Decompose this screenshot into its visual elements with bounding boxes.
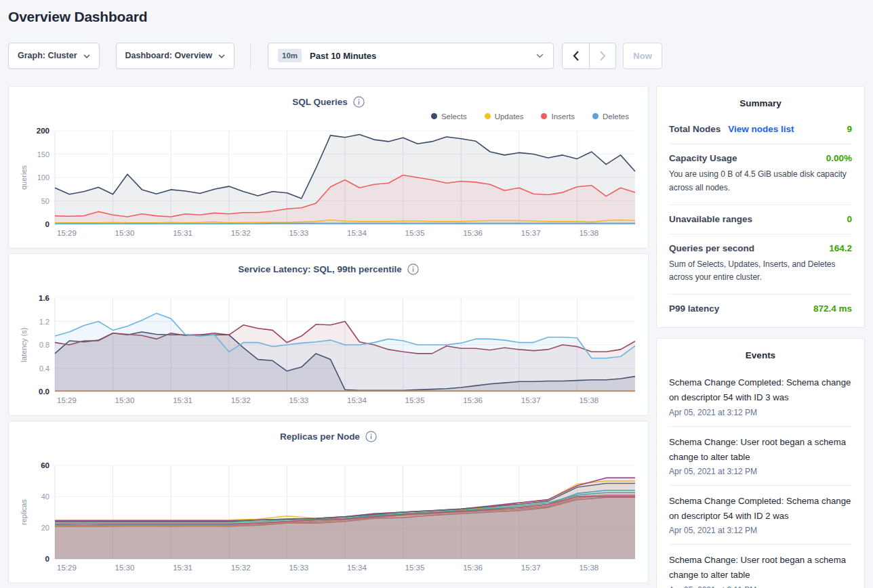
legend-item-selects[interactable]: Selects [431, 112, 467, 121]
summary-item-value: 872.4 ms [813, 303, 852, 314]
next-time-window-button[interactable] [589, 43, 615, 68]
chart-legend [17, 277, 640, 290]
svg-text:15:32: 15:32 [231, 564, 251, 572]
sql-queries-chart-card: SQL Queries SelectsUpdatesInsertsDeletes… [8, 86, 649, 249]
event-timestamp: Apr 05, 2021 at 3:12 PM [669, 408, 852, 417]
svg-text:15:31: 15:31 [173, 229, 192, 237]
summary-panel: Summary Total NodesView nodes list9Capac… [656, 86, 865, 328]
svg-text:15:37: 15:37 [521, 229, 541, 237]
svg-text:15:29: 15:29 [57, 564, 77, 572]
svg-text:15:30: 15:30 [115, 396, 135, 404]
event-item: Schema Change: User root began a schema … [669, 426, 852, 485]
replicas-per-node-chart-card: Replicas per Node 020406015:2915:3015:31… [8, 421, 649, 583]
service-latency-chart[interactable]: 0.00.40.81.21.615:2915:3015:3115:3215:33… [17, 290, 640, 417]
svg-text:100: 100 [37, 173, 49, 182]
event-timestamp: Apr 05, 2021 at 3:12 PM [669, 467, 852, 476]
svg-text:15:29: 15:29 [57, 229, 77, 237]
summary-items: Total NodesView nodes list9Capacity Usag… [669, 115, 852, 323]
now-button[interactable]: Now [623, 43, 662, 69]
summary-item-value: 9 [847, 124, 852, 134]
event-message: Schema Change Completed: Schema change o… [669, 375, 852, 405]
summary-item: Capacity Usage0.00%You are using 0 B of … [669, 144, 852, 205]
summary-item-value: 0 [847, 214, 852, 224]
svg-text:15:34: 15:34 [347, 564, 367, 572]
chevron-right-icon [600, 51, 606, 61]
svg-text:0.4: 0.4 [39, 364, 49, 373]
svg-text:15:36: 15:36 [463, 396, 483, 404]
controls-divider [250, 43, 251, 69]
svg-text:50: 50 [41, 197, 49, 205]
svg-text:200: 200 [37, 127, 49, 135]
event-timestamp: Apr 05, 2021 at 3:12 PM [669, 526, 852, 535]
svg-text:15:32: 15:32 [231, 396, 251, 404]
legend-label: Updates [495, 112, 524, 121]
summary-item-label: P99 latency [669, 303, 719, 314]
view-nodes-link[interactable]: View nodes list [728, 124, 794, 134]
legend-item-deletes[interactable]: Deletes [592, 112, 629, 121]
summary-item: Total NodesView nodes list9 [669, 115, 852, 144]
summary-item-label: Capacity Usage [669, 153, 737, 163]
chart-title: Replicas per Node [280, 432, 360, 442]
svg-text:15:33: 15:33 [289, 229, 308, 237]
event-timestamp: Apr 05, 2021 at 3:11 PM [669, 585, 852, 588]
svg-text:20: 20 [41, 524, 49, 532]
svg-text:0.8: 0.8 [39, 341, 49, 349]
legend-label: Inserts [551, 112, 575, 121]
legend-dot [541, 113, 547, 119]
svg-text:latency (s): latency (s) [20, 328, 28, 362]
svg-text:15:31: 15:31 [173, 396, 192, 404]
summary-item: Unavailable ranges0 [669, 205, 852, 234]
time-range-dropdown[interactable]: 10m Past 10 Minutes [268, 43, 554, 69]
legend-dot [431, 113, 437, 119]
svg-text:1.6: 1.6 [39, 294, 49, 302]
svg-text:15:38: 15:38 [579, 396, 598, 404]
page-title: Overview Dashboard [0, 0, 873, 25]
events-title: Events [669, 350, 852, 367]
svg-text:15:36: 15:36 [463, 229, 483, 237]
dashboard-selector-dropdown[interactable]: Dashboard: Overview [116, 43, 235, 69]
svg-text:0.0: 0.0 [39, 387, 49, 396]
svg-text:15:36: 15:36 [463, 564, 483, 572]
graph-selector-dropdown[interactable]: Graph: Cluster [8, 43, 100, 69]
chevron-down-icon [83, 54, 90, 58]
svg-text:15:32: 15:32 [231, 229, 251, 237]
svg-text:15:30: 15:30 [115, 564, 135, 572]
info-icon[interactable] [353, 96, 365, 108]
event-item: Schema Change: User root began a schema … [669, 544, 852, 588]
svg-text:15:30: 15:30 [115, 229, 135, 237]
svg-text:15:33: 15:33 [289, 564, 308, 572]
event-message: Schema Change Completed: Schema change o… [669, 494, 852, 524]
info-icon[interactable] [407, 264, 419, 275]
summary-item-label: Queries per second [669, 243, 754, 253]
summary-item-label: Total Nodes [669, 124, 720, 134]
dashboard-selector-label: Dashboard: Overview [125, 51, 213, 60]
summary-item-description: You are using 0 B of 4.5 GiB usable disk… [669, 168, 852, 195]
sql-queries-chart[interactable]: 05010015020015:2915:3015:3115:3215:3315:… [17, 123, 640, 249]
svg-text:queries: queries [20, 165, 28, 190]
time-range-label: Past 10 Minutes [310, 51, 376, 61]
svg-text:15:38: 15:38 [579, 229, 598, 237]
summary-item-label: Unavailable ranges [669, 214, 752, 224]
chart-legend [17, 444, 640, 457]
svg-text:60: 60 [41, 461, 49, 469]
previous-time-window-button[interactable] [563, 43, 589, 68]
svg-text:15:38: 15:38 [579, 564, 598, 572]
svg-text:15:35: 15:35 [405, 396, 425, 404]
svg-text:15:34: 15:34 [347, 229, 367, 237]
legend-item-inserts[interactable]: Inserts [541, 112, 575, 121]
event-item: Schema Change Completed: Schema change o… [669, 367, 852, 425]
svg-text:replicas: replicas [20, 499, 28, 525]
time-range-badge: 10m [278, 49, 302, 62]
service-latency-chart-card: Service Latency: SQL, 99th percentile 0.… [8, 253, 649, 416]
svg-text:40: 40 [41, 492, 49, 501]
dashboard-controls: Graph: Cluster Dashboard: Overview 10m P… [8, 42, 865, 69]
time-pager [562, 43, 616, 69]
svg-text:15:37: 15:37 [521, 396, 541, 404]
replicas-per-node-chart[interactable]: 020406015:2915:3015:3115:3215:3315:3415:… [17, 457, 640, 584]
chart-legend: SelectsUpdatesInsertsDeletes [17, 110, 640, 123]
svg-text:15:35: 15:35 [405, 564, 425, 572]
event-message: Schema Change: User root began a schema … [669, 435, 852, 465]
legend-item-updates[interactable]: Updates [485, 112, 524, 121]
dashboard-content: SQL Queries SelectsUpdatesInsertsDeletes… [0, 86, 873, 588]
info-icon[interactable] [365, 431, 377, 442]
